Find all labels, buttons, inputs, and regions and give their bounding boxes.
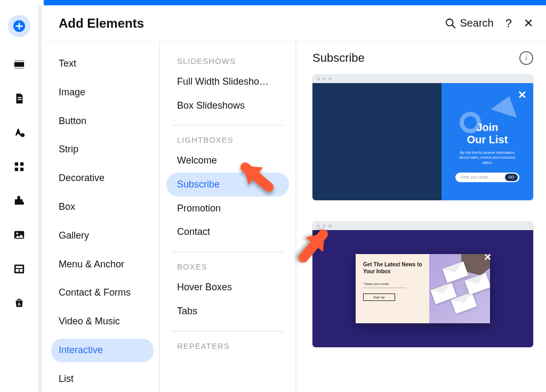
subcategory-hover-boxes[interactable]: Hover Boxes	[166, 275, 289, 299]
template-a-placeholder: Enter your email	[461, 175, 488, 179]
svg-rect-1	[14, 62, 24, 67]
category-text[interactable]: Text	[51, 52, 154, 76]
panel-title: Add Elements	[59, 16, 144, 31]
category-menu-anchor[interactable]: Menu & Anchor	[51, 253, 154, 276]
category-image[interactable]: Image	[51, 81, 154, 104]
browser-chrome	[312, 75, 533, 83]
info-icon[interactable]: i	[519, 51, 533, 65]
preview-section-title: Subscribe	[312, 51, 365, 65]
category-box[interactable]: Box	[51, 195, 154, 219]
subcategory-tabs[interactable]: Tabs	[166, 299, 289, 323]
template-b-card: Get The Latest News to Your Inbox * Ente…	[356, 254, 490, 323]
group-heading-repeaters: REPEATERS	[162, 332, 293, 355]
subcategory-box-slideshows[interactable]: Box Slideshows	[166, 94, 289, 118]
search-button[interactable]: Search	[445, 17, 493, 29]
browser-chrome	[312, 222, 533, 230]
media-icon[interactable]	[12, 228, 26, 242]
template-a-backdrop	[312, 83, 441, 200]
rail-divider	[38, 5, 42, 392]
template-b-signup-button: Sign Up	[363, 293, 395, 301]
svg-rect-7	[15, 162, 18, 166]
subcategory-subscribe[interactable]: Subscribe	[166, 173, 289, 197]
svg-rect-10	[20, 168, 23, 171]
category-interactive[interactable]: Interactive	[51, 339, 154, 362]
svg-rect-9	[15, 168, 18, 171]
svg-rect-4	[18, 97, 21, 98]
category-contact-forms[interactable]: Contact & Forms	[51, 281, 154, 305]
template-b-input-line	[363, 288, 406, 288]
subcategory-full-width-slidesho[interactable]: Full Width Slidesho…	[166, 70, 289, 94]
category-strip[interactable]: Strip	[51, 138, 154, 161]
panel-tools: Search ? ✕	[445, 17, 533, 30]
plus-icon	[13, 20, 25, 32]
category-list[interactable]: List	[51, 368, 154, 391]
category-gallery[interactable]: Gallery	[51, 224, 154, 248]
section-icon[interactable]	[12, 58, 26, 71]
template-a-email-pill: Enter your email GO	[455, 173, 519, 182]
svg-rect-14	[16, 266, 23, 268]
apps-icon[interactable]	[12, 160, 26, 174]
template-a-panel: ✕ JoinOur List Be the first to receive i…	[441, 83, 533, 200]
svg-rect-15	[16, 269, 19, 272]
panel-header: Add Elements Search ? ✕	[44, 5, 546, 42]
template-a-heading: JoinOur List	[467, 121, 508, 146]
add-elements-panel: Add Elements Search ? ✕ TextImageButtonS…	[44, 5, 546, 392]
store-icon[interactable]: A	[12, 296, 26, 310]
svg-point-6	[21, 133, 25, 137]
subcategory-promotion[interactable]: Promotion	[166, 197, 289, 220]
svg-rect-3	[14, 68, 24, 69]
page-icon[interactable]	[12, 92, 26, 105]
preview-column: Subscribe i ✕ JoinOur List Be the first …	[295, 42, 546, 392]
category-decorative[interactable]: Decorative	[51, 167, 154, 190]
lightbox-template-join-our-list[interactable]: ✕ JoinOur List Be the first to receive i…	[312, 75, 533, 200]
template-a-subtext: Be the first to receive information abou…	[455, 150, 519, 165]
template-b-heading: Get The Latest News to Your Inbox	[363, 262, 424, 275]
template-b-field-label: * Enter your email	[363, 282, 424, 285]
lightbox-template-latest-news[interactable]: ✕ Get The Latest News to Your Inbox * En…	[312, 222, 533, 347]
svg-rect-2	[14, 60, 24, 61]
category-button[interactable]: Button	[51, 110, 154, 133]
template-a-go-button: GO	[505, 174, 518, 181]
svg-rect-16	[20, 269, 22, 272]
svg-rect-5	[18, 99, 21, 100]
help-button[interactable]: ?	[505, 17, 512, 30]
group-heading-slideshows: SLIDESHOWS	[162, 47, 293, 70]
subcategory-welcome[interactable]: Welcome	[166, 149, 289, 173]
svg-rect-8	[20, 162, 23, 166]
subcategory-list: SLIDESHOWSFull Width Slidesho…Box Slides…	[159, 42, 295, 392]
left-icon-rail: A	[0, 0, 38, 392]
category-video-music[interactable]: Video & Music	[51, 310, 154, 333]
layout-icon[interactable]	[12, 262, 26, 276]
subcategory-contact[interactable]: Contact	[166, 220, 289, 244]
close-icon: ✕	[484, 251, 492, 263]
close-panel-button[interactable]: ✕	[524, 17, 533, 30]
template-b-image	[429, 254, 490, 323]
category-list: TextImageButtonStripDecorativeBoxGallery…	[44, 42, 159, 392]
addons-icon[interactable]	[12, 194, 26, 208]
group-heading-lightboxes: LIGHTBOXES	[162, 126, 293, 149]
search-icon	[445, 18, 456, 29]
text-theme-icon[interactable]	[12, 126, 26, 140]
svg-point-12	[17, 232, 19, 234]
svg-text:A: A	[18, 302, 21, 307]
app-topbar	[44, 0, 546, 5]
group-heading-boxes: BOXES	[162, 252, 293, 275]
search-label: Search	[460, 17, 493, 29]
add-elements-rail-button[interactable]	[8, 15, 30, 37]
